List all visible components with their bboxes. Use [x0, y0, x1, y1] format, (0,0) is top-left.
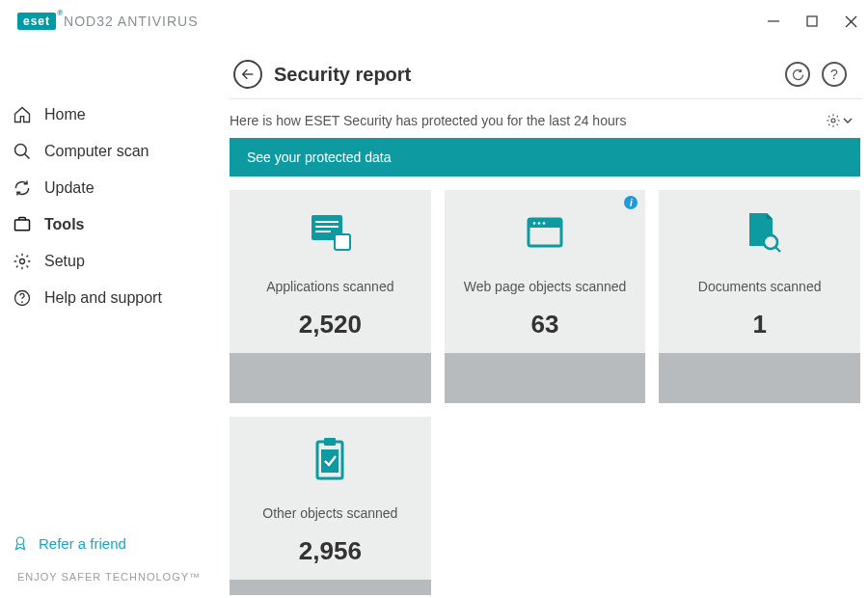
sidebar-item-help[interactable]: Help and support	[0, 280, 230, 316]
card-value: 1	[752, 310, 766, 340]
back-button[interactable]	[233, 60, 262, 89]
refer-section: Refer a friend	[0, 529, 230, 571]
sidebar-item-tools[interactable]: Tools	[0, 206, 230, 243]
refresh-button[interactable]	[785, 62, 810, 87]
card-label: Applications scanned	[266, 269, 393, 304]
award-icon	[12, 534, 29, 552]
svg-rect-6	[15, 220, 30, 231]
banner-text: See your protected data	[247, 150, 391, 165]
sidebar-item-computer-scan[interactable]: Computer scan	[0, 133, 230, 170]
svg-point-4	[15, 145, 27, 156]
sidebar-item-label: Tools	[44, 216, 84, 233]
sidebar-item-label: Setup	[44, 253, 85, 270]
svg-rect-29	[321, 449, 339, 473]
maximize-icon	[806, 15, 818, 27]
refer-friend-label: Refer a friend	[39, 535, 126, 552]
card-label: Web page objects scanned	[464, 269, 627, 304]
chevron-down-icon	[843, 116, 853, 125]
sidebar-item-home[interactable]: Home	[0, 96, 230, 133]
tools-icon	[12, 214, 33, 235]
window-controls	[764, 12, 860, 31]
sidebar-item-label: Computer scan	[44, 143, 149, 160]
svg-point-7	[20, 259, 25, 264]
card-body: Other objects scanned 2,956	[230, 417, 431, 580]
document-search-icon	[736, 211, 784, 254]
search-icon	[12, 141, 33, 162]
maximize-button[interactable]	[802, 12, 822, 31]
subheader: Here is how ESET Security has protected …	[230, 99, 862, 138]
svg-line-5	[25, 154, 30, 159]
stat-cards-row-2: Other objects scanned 2,956	[230, 403, 860, 595]
minimize-button[interactable]	[764, 12, 783, 31]
refer-friend-link[interactable]: Refer a friend	[12, 529, 218, 557]
svg-line-26	[775, 247, 780, 252]
brand-badge-text: eset	[23, 14, 50, 28]
gear-icon	[826, 113, 841, 128]
sidebar: Home Computer scan Update	[0, 42, 230, 598]
card-documents-scanned[interactable]: Documents scanned 1	[659, 190, 860, 403]
card-value: 63	[531, 310, 559, 340]
svg-point-12	[831, 119, 835, 122]
settings-dropdown[interactable]	[826, 113, 853, 128]
card-value: 2,520	[299, 310, 362, 340]
nav: Home Computer scan Update	[0, 96, 230, 316]
svg-point-21	[538, 222, 541, 225]
registered-mark: ®	[57, 9, 64, 17]
app-window: eset ® NOD32 ANTIVIRUS	[0, 0, 868, 598]
browser-icon	[521, 211, 569, 254]
update-icon	[12, 177, 33, 199]
question-icon: ?	[830, 67, 838, 82]
svg-point-22	[543, 222, 546, 225]
applications-icon	[306, 211, 354, 254]
content-scroll[interactable]: See your protected data Applications sca…	[230, 138, 862, 598]
body: Home Computer scan Update	[0, 42, 868, 598]
card-applications-scanned[interactable]: Applications scanned 2,520	[230, 190, 431, 403]
stat-cards-row-1: Applications scanned 2,520 i Web page ob…	[230, 177, 860, 403]
svg-point-20	[533, 222, 536, 225]
card-label: Other objects scanned	[262, 496, 397, 530]
svg-rect-28	[324, 438, 336, 446]
card-body: Web page objects scanned 63	[445, 190, 646, 353]
clipboard-check-icon	[306, 438, 354, 480]
card-body: Applications scanned 2,520	[230, 190, 431, 353]
sidebar-item-setup[interactable]: Setup	[0, 243, 230, 280]
main-header: Security report ?	[230, 42, 862, 99]
home-icon	[12, 104, 33, 125]
sidebar-item-label: Update	[44, 179, 95, 197]
svg-rect-17	[335, 234, 350, 250]
sidebar-item-label: Help and support	[44, 289, 162, 307]
card-web-objects-scanned[interactable]: i Web page objects scanned 63	[445, 190, 646, 403]
tagline: ENJOY SAFER TECHNOLOGY™	[0, 571, 230, 598]
svg-rect-1	[807, 16, 817, 26]
card-value: 2,956	[299, 536, 362, 566]
page-title: Security report	[274, 64, 411, 86]
protected-data-banner[interactable]: See your protected data	[230, 138, 860, 177]
help-button[interactable]: ?	[822, 62, 847, 87]
card-footer	[445, 353, 646, 403]
brand: eset ® NOD32 ANTIVIRUS	[17, 13, 199, 30]
refresh-icon	[791, 68, 805, 82]
close-button[interactable]	[841, 12, 860, 31]
card-body: Documents scanned 1	[659, 190, 860, 353]
svg-point-10	[16, 537, 24, 545]
sidebar-item-update[interactable]: Update	[0, 170, 230, 206]
main: Security report ? Here is how ESET Secur…	[230, 42, 868, 598]
svg-point-9	[21, 301, 23, 303]
subheader-text: Here is how ESET Security has protected …	[230, 113, 626, 128]
titlebar: eset ® NOD32 ANTIVIRUS	[0, 0, 868, 42]
card-footer	[230, 353, 431, 403]
arrow-left-icon	[240, 67, 256, 82]
minimize-icon	[767, 14, 780, 28]
card-footer	[230, 580, 431, 595]
gear-icon	[12, 251, 33, 272]
card-other-objects-scanned[interactable]: Other objects scanned 2,956	[230, 417, 431, 595]
close-icon	[845, 15, 857, 28]
product-name: NOD32 ANTIVIRUS	[64, 14, 198, 29]
svg-rect-14	[315, 221, 339, 223]
card-footer	[659, 353, 860, 403]
sidebar-item-label: Home	[44, 106, 86, 123]
svg-rect-15	[315, 226, 339, 228]
brand-badge: eset ®	[17, 13, 56, 30]
card-label: Documents scanned	[698, 269, 822, 304]
header-actions: ?	[785, 62, 847, 87]
